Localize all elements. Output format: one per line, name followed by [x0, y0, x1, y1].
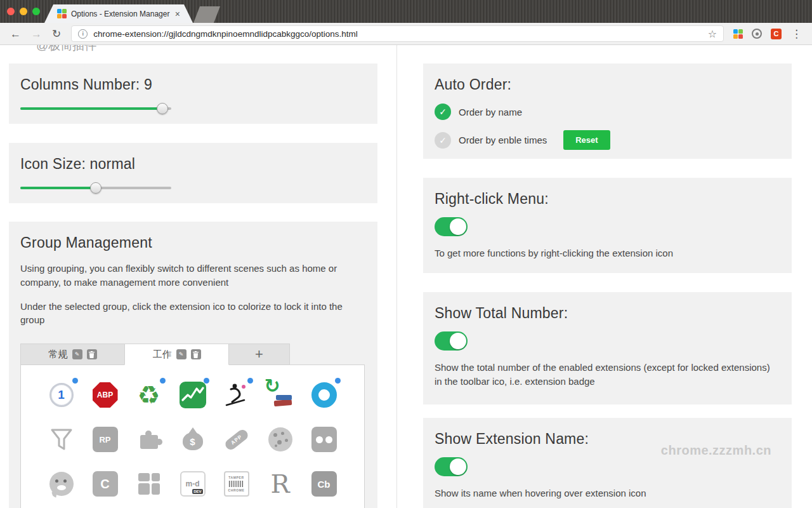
two-dots-square-icon[interactable]	[302, 417, 346, 462]
auto-order-card: Auto Order: ✓ Order by name ✓ Order by e…	[423, 64, 792, 159]
close-window-button[interactable]	[7, 8, 15, 15]
chat-bubble-icon[interactable]	[39, 462, 83, 506]
toggle-knob	[450, 458, 466, 475]
group-tab-changgui[interactable]: 常规 ✎	[20, 344, 125, 365]
forward-button[interactable]: →	[31, 29, 42, 39]
md-dev-icon-art: m-dDEV	[178, 469, 207, 498]
adblock-plus-icon[interactable]: ABP	[83, 373, 127, 417]
pulse-chart-icon[interactable]	[171, 373, 214, 417]
show-extension-name-card: chrome.zzzmh.cn Show Extension Name: Sho…	[423, 418, 792, 508]
app-clip-icon-art: APP	[222, 425, 251, 454]
add-group-label: +	[255, 346, 263, 363]
right-click-menu-title: Right-click Menu:	[435, 190, 780, 208]
group-tab-label: 常规	[49, 349, 68, 361]
delete-group-icon[interactable]	[191, 349, 201, 359]
extension-manager-toolbar-icon[interactable]	[733, 29, 743, 39]
columns-number-card: Columns Number: 9	[9, 64, 377, 124]
browser-menu-icon[interactable]: ⋮	[791, 27, 802, 41]
group-management-title: Group Management	[20, 234, 366, 251]
onetab-ring-icon[interactable]	[302, 373, 346, 417]
toggle-knob	[450, 218, 466, 235]
browser-toolbar: ← → ↻ i chrome-extension://gjldcdngmdknp…	[0, 23, 812, 45]
show-total-number-toggle[interactable]	[435, 331, 468, 351]
bookmark-star-icon[interactable]: ☆	[708, 28, 717, 40]
cb-square-icon-art: Cb	[310, 469, 339, 498]
rename-group-icon[interactable]: ✎	[72, 349, 82, 359]
cookie-icon[interactable]	[258, 417, 302, 462]
reset-button[interactable]: Reset	[563, 130, 610, 150]
order-by-name-row: ✓ Order by name	[435, 104, 780, 120]
circle-extension-toolbar-icon[interactable]	[752, 29, 762, 39]
tab-close-icon[interactable]: ×	[175, 10, 180, 18]
skitch-sketch-icon-art	[222, 380, 251, 410]
group-desc-2: Under the selected group, click the exte…	[20, 300, 358, 328]
c-square-icon[interactable]: C	[83, 462, 127, 506]
puzzle-piece-icon[interactable]	[127, 417, 171, 462]
onetab-ring-icon-art	[310, 380, 339, 410]
rp-square-icon[interactable]: RP	[83, 417, 127, 462]
md-dev-icon[interactable]: m-dDEV	[171, 462, 214, 506]
recycle-icon[interactable]: ♻	[127, 373, 171, 417]
skitch-sketch-icon[interactable]	[214, 373, 258, 417]
badge-dot	[335, 378, 341, 384]
layers-refresh-icon[interactable]: ↻	[258, 373, 302, 417]
icon-size-title: Icon Size: normal	[20, 156, 366, 173]
slider-knob[interactable]	[90, 182, 102, 194]
tamper-chrome-icon[interactable]: TAMPERCHROME	[214, 462, 258, 506]
show-extension-name-toggle[interactable]	[435, 457, 468, 476]
auto-order-title: Auto Order:	[435, 76, 780, 93]
minimize-window-button[interactable]	[20, 8, 27, 15]
group-tab-gongzuo[interactable]: 工作 ✎	[124, 344, 229, 365]
layers-refresh-icon-art: ↻	[266, 380, 295, 410]
puzzle-piece-icon-art	[134, 425, 164, 454]
slider-fill	[20, 107, 162, 110]
new-tab-button[interactable]	[193, 6, 220, 23]
group-tabs: 常规 ✎ 工作 ✎ +	[20, 344, 366, 365]
url-text[interactable]: chrome-extension://gjldcdngmdknpinoemndl…	[93, 29, 702, 39]
show-total-number-title: Show Total Number:	[435, 305, 780, 322]
slider-knob[interactable]	[157, 103, 168, 114]
badge-dot	[160, 378, 166, 384]
reload-button[interactable]: ↻	[52, 29, 61, 39]
right-click-menu-desc: To get more functions by right-clicking …	[435, 246, 772, 260]
add-group-tab[interactable]: +	[228, 344, 290, 365]
c-extension-toolbar-icon[interactable]: C	[771, 29, 782, 39]
tamper-chrome-icon-art: TAMPERCHROME	[222, 469, 251, 498]
show-extension-name-desc: Show its name when hovering over extensi…	[435, 486, 772, 500]
watermark-right: chrome.zzzmh.cn	[661, 443, 771, 458]
right-click-menu-toggle[interactable]	[435, 217, 468, 236]
order-by-name-check-icon[interactable]: ✓	[435, 104, 451, 120]
columns-number-title: Columns Number: 9	[20, 76, 366, 93]
zoom-window-button[interactable]	[32, 8, 40, 15]
browser-tab-bar: Options - Extension Manager ×	[0, 0, 812, 23]
address-bar[interactable]: i chrome-extension://gjldcdngmdknpinoemn…	[71, 25, 724, 42]
money-bag-icon[interactable]: $	[171, 417, 214, 462]
extension-grid: 1ABP♻↻RP$APPCm-dDEVTAMPERCHROMERCb	[20, 364, 365, 508]
rename-group-icon[interactable]: ✎	[176, 349, 187, 359]
show-total-number-card: Show Total Number: Show the total number…	[423, 292, 792, 404]
delete-group-icon[interactable]	[87, 349, 97, 359]
funnel-icon[interactable]	[39, 417, 83, 462]
1password-icon[interactable]: 1	[39, 373, 83, 417]
money-bag-icon-art: $	[178, 425, 207, 454]
recycle-icon-art: ♻	[134, 380, 164, 410]
icon-size-slider[interactable]	[20, 182, 171, 194]
columns-number-slider[interactable]	[20, 103, 171, 114]
tab-title: Options - Extension Manager	[71, 10, 171, 18]
r-serif-icon[interactable]: R	[258, 462, 302, 506]
group-tab-label: 工作	[153, 349, 172, 361]
page-info-icon[interactable]: i	[78, 29, 88, 39]
toggle-knob	[450, 333, 466, 349]
chat-bubble-icon-art	[47, 469, 76, 498]
back-button[interactable]: ←	[10, 29, 21, 39]
cookie-icon-art	[266, 425, 295, 454]
tiles-grid-icon[interactable]	[127, 462, 171, 506]
grid-icon	[733, 29, 743, 39]
cb-square-icon[interactable]: Cb	[302, 462, 346, 506]
column-divider	[396, 45, 397, 508]
app-clip-icon[interactable]: APP	[214, 417, 258, 462]
browser-tab[interactable]: Options - Extension Manager ×	[44, 4, 193, 23]
rp-square-icon-art: RP	[91, 425, 120, 454]
r-serif-icon-art: R	[266, 469, 295, 498]
order-by-enable-times-check-icon[interactable]: ✓	[435, 132, 451, 149]
